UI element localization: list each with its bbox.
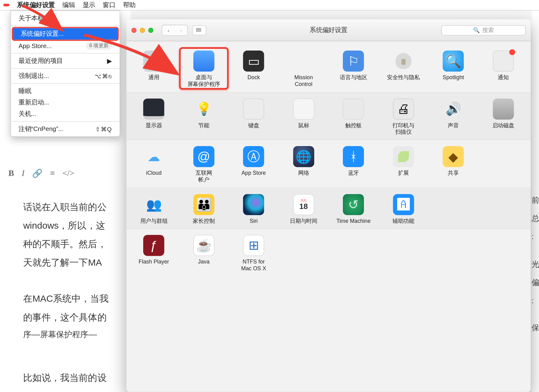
search-placeholder: 搜索 [482,26,494,34]
editor-text: 话说在入职当前的公 windows，所以，这 种的不顺手。然后， 天就先了解一下… [23,198,129,387]
annotation-arrow [20,3,79,39]
pref-app-store[interactable]: ⒶApp Store [229,146,279,183]
pref-row: 通用 桌面与 屏幕保护程序 ▭Dock Mission Control ⚐语言与… [126,45,531,92]
mission-control-icon [293,51,314,71]
spotlight-icon: 🔍 [443,51,464,71]
cloud-icon: ☁ [143,146,164,167]
link-icon[interactable]: 🔗 [32,168,43,178]
pref-users-groups[interactable]: 👥用户与群组 [129,194,179,224]
menu-shutdown[interactable]: 关机... [11,108,120,120]
pref-printers-scanners[interactable]: 🖨打印机与 扫描仪 [378,98,428,136]
menu-sleep[interactable]: 睡眠 [11,85,120,97]
pref-language-region[interactable]: ⚐语言与地区 [328,51,378,88]
pref-desktop-screensaver[interactable]: 桌面与 屏幕保护程序 [181,51,226,88]
appstore-icon: Ⓐ [243,146,264,167]
menu-restart[interactable]: 重新启动... [11,97,120,108]
pref-ntfs[interactable]: ⊞NTFS for Mac OS X [229,235,279,272]
pref-row: 显示器 💡节能 键盘 鼠标 触控板 🖨打印机与 扫描仪 🔊声音 启动磁盘 [126,92,531,140]
menubar-view[interactable]: 显示 [83,1,95,9]
pref-displays[interactable]: 显示器 [129,98,179,136]
pref-icloud[interactable]: ☁iCloud [129,146,179,183]
pref-row: ƒFlash Player ☕Java ⊞NTFS for Mac OS X [126,229,531,276]
pref-row: 👥用户与群组 👪家长控制 Siri JUL18日期与时间 ↺Time Machi… [126,188,531,229]
pref-network[interactable]: 🌐网络 [279,146,329,183]
pref-energy[interactable]: 💡节能 [179,98,229,136]
search-input[interactable]: 🔍 搜索 [442,25,526,35]
pref-mission-control[interactable]: Mission Control [279,51,329,88]
globe-icon: 🌐 [293,146,314,167]
italic-icon[interactable]: I [22,168,24,178]
menubar: 系统偏好设置 编辑 显示 窗口 帮助 [0,0,539,10]
flag-icon: ⚐ [343,51,364,71]
pref-bluetooth[interactable]: ᚼ蓝牙 [328,146,378,183]
menu-separator [11,121,120,121]
titlebar: ‹ › 系统偏好设置 🔍 搜索 [126,19,531,41]
pref-time-machine[interactable]: ↺Time Machine [328,194,378,224]
pref-internet-accounts[interactable]: @互联网 帐户 [179,146,229,183]
desktop-icon [193,51,214,71]
window-title: 系统偏好设置 [310,26,348,34]
pref-parental-controls[interactable]: 👪家长控制 [179,194,229,224]
pref-java[interactable]: ☕Java [179,235,229,272]
bold-icon[interactable]: B [8,168,14,178]
pref-startup-disk[interactable]: 启动磁盘 [478,98,528,136]
minimize-button[interactable] [140,27,145,32]
disk-icon [493,98,514,119]
apple-menu-button[interactable] [3,4,9,6]
pref-notifications[interactable]: 通知 [478,51,528,88]
folder-sign-icon: ◆ [443,146,464,167]
pref-siri[interactable]: Siri [229,194,279,224]
bluetooth-icon: ᚼ [343,146,364,167]
java-icon: ☕ [193,235,214,256]
search-icon: 🔍 [473,27,480,33]
at-icon: @ [193,146,214,167]
keyboard-icon [243,98,264,119]
trackpad-icon [343,98,364,119]
pref-grid: 通用 桌面与 屏幕保护程序 ▭Dock Mission Control ⚐语言与… [126,41,531,276]
pref-sound[interactable]: 🔊声音 [428,98,478,136]
menu-logout[interactable]: 注销“CnPeng”...⇧⌘Q [11,123,120,135]
pref-extensions[interactable]: 扩展 [378,146,428,183]
calendar-clock-icon: JUL18 [293,194,314,215]
close-button[interactable] [131,27,136,32]
traffic-lights [131,27,153,32]
puzzle-icon [393,146,414,167]
pref-keyboard[interactable]: 键盘 [229,98,279,136]
pref-spotlight[interactable]: 🔍Spotlight [428,51,478,88]
pref-trackpad[interactable]: 触控板 [328,98,378,136]
pref-mouse[interactable]: 鼠标 [279,98,329,136]
system-preferences-window: ‹ › 系统偏好设置 🔍 搜索 通用 桌面与 屏幕保护程序 ▭Dock Miss… [126,19,531,392]
pref-row: ☁iCloud @互联网 帐户 ⒶApp Store 🌐网络 ᚼ蓝牙 扩展 ◆共… [126,140,531,188]
printer-icon: 🖨 [393,98,414,119]
mouse-icon [293,98,314,119]
menubar-window[interactable]: 窗口 [103,1,115,9]
grid-icon [196,28,202,32]
code-icon[interactable]: </> [63,168,74,178]
notifications-icon [493,51,514,71]
house-lock-icon [393,51,414,71]
show-all-button[interactable] [192,25,206,35]
users-icon: 👥 [143,194,164,215]
display-icon [143,98,164,119]
bulb-icon: 💡 [193,98,214,119]
pref-accessibility[interactable]: 🅰辅助功能 [378,194,428,224]
pref-sharing[interactable]: ◆共享 [428,146,478,183]
pref-date-time[interactable]: JUL18日期与时间 [279,194,329,224]
time-machine-icon: ↺ [343,194,364,215]
flash-icon: ƒ [143,235,164,256]
menu-separator [11,83,120,84]
pref-dock[interactable]: ▭Dock [229,51,279,88]
speaker-icon: 🔊 [443,98,464,119]
pref-flash-player[interactable]: ƒFlash Player [129,235,179,272]
menubar-help[interactable]: 帮助 [123,1,136,9]
ntfs-icon: ⊞ [243,235,264,256]
dock-icon: ▭ [243,51,264,71]
accessibility-icon: 🅰 [393,194,414,215]
right-doc-strip: 前总: 光偏: 保 [532,10,539,392]
list-icon[interactable]: ≡ [50,168,55,178]
zoom-button[interactable] [148,27,153,32]
parental-icon: 👪 [193,194,214,215]
pref-security-privacy[interactable]: 安全性与隐私 [378,51,428,88]
annotation-arrow [82,33,183,81]
siri-icon [243,194,264,215]
